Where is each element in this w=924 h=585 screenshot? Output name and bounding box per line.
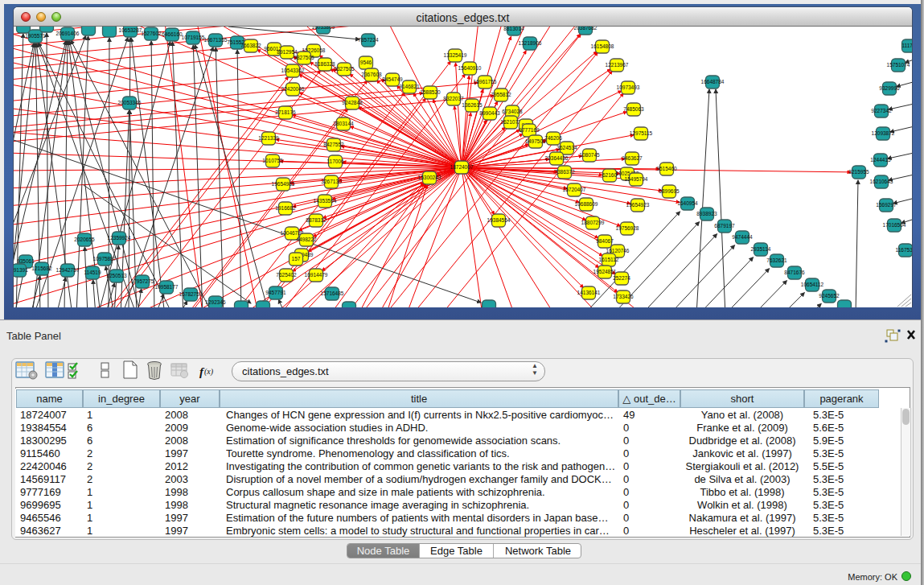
svg-text:19384554: 19384554 bbox=[487, 217, 511, 223]
svg-text:18724007: 18724007 bbox=[450, 164, 474, 170]
svg-text:114519: 114519 bbox=[84, 270, 101, 275]
svg-text:117006: 117006 bbox=[326, 159, 344, 164]
svg-text:16154808: 16154808 bbox=[591, 43, 614, 49]
svg-text:10653287: 10653287 bbox=[119, 27, 142, 33]
svg-text:15495794: 15495794 bbox=[625, 176, 648, 182]
svg-text:7386372: 7386372 bbox=[554, 169, 575, 175]
svg-text:2020655: 2020655 bbox=[74, 237, 95, 242]
svg-text:10973493: 10973493 bbox=[617, 84, 640, 90]
svg-text:9474444: 9474444 bbox=[732, 234, 753, 240]
svg-text:9457791: 9457791 bbox=[265, 290, 286, 295]
svg-text:9329996: 9329996 bbox=[879, 85, 900, 91]
svg-text:16914479: 16914479 bbox=[305, 272, 328, 278]
svg-text:746206: 746206 bbox=[544, 135, 562, 141]
svg-text:1221339: 1221339 bbox=[258, 135, 279, 141]
svg-text:2935114: 2935114 bbox=[751, 246, 771, 252]
svg-text:19756928: 19756928 bbox=[616, 225, 639, 231]
svg-text:15300243: 15300243 bbox=[418, 175, 441, 180]
svg-text:3267130: 3267130 bbox=[321, 179, 342, 184]
svg-text:10719155: 10719155 bbox=[182, 35, 205, 40]
svg-text:16210643: 16210643 bbox=[870, 179, 893, 184]
svg-text:10975887: 10975887 bbox=[93, 256, 117, 262]
svg-text:8878312: 8878312 bbox=[306, 217, 326, 223]
svg-text:1640954: 1640954 bbox=[677, 200, 698, 206]
svg-text:11179: 11179 bbox=[901, 43, 912, 48]
svg-text:1733426: 1733426 bbox=[613, 294, 634, 299]
svg-text:9515460: 9515460 bbox=[656, 166, 677, 171]
svg-text:8215955: 8215955 bbox=[848, 169, 869, 175]
svg-text:20387682: 20387682 bbox=[574, 27, 598, 31]
svg-text:6734028: 6734028 bbox=[502, 109, 523, 114]
svg-text:1588520: 1588520 bbox=[420, 89, 441, 95]
svg-text:20364436: 20364436 bbox=[545, 155, 569, 161]
svg-text:1916682: 1916682 bbox=[275, 205, 296, 211]
svg-text:16033809: 16033809 bbox=[312, 27, 335, 30]
svg-text:16648784: 16648784 bbox=[701, 79, 725, 84]
svg-text:18807299: 18807299 bbox=[581, 220, 605, 225]
svg-text:1615112: 1615112 bbox=[599, 257, 619, 262]
svg-text:10958177: 10958177 bbox=[155, 284, 179, 290]
svg-text:1362615: 1362615 bbox=[462, 102, 483, 108]
svg-text:14136141: 14136141 bbox=[577, 290, 601, 295]
svg-text:9777169: 9777169 bbox=[519, 127, 540, 133]
svg-text:1080745: 1080745 bbox=[579, 152, 600, 158]
svg-text:12093872: 12093872 bbox=[872, 130, 895, 136]
svg-text:6879197: 6879197 bbox=[714, 223, 735, 229]
svg-text:8454749: 8454749 bbox=[382, 76, 403, 82]
svg-text:8186328: 8186328 bbox=[314, 61, 335, 67]
svg-text:6899695: 6899695 bbox=[659, 188, 680, 194]
svg-text:1905571: 1905571 bbox=[25, 33, 46, 39]
svg-text:10543362: 10543362 bbox=[281, 68, 305, 73]
svg-text:2367608: 2367608 bbox=[361, 72, 382, 77]
svg-text:8990443: 8990443 bbox=[479, 110, 500, 116]
svg-text:13325419: 13325419 bbox=[444, 52, 467, 58]
svg-text:15751074: 15751074 bbox=[887, 62, 910, 68]
svg-text:13218906: 13218906 bbox=[519, 40, 542, 46]
svg-text:16961755: 16961755 bbox=[474, 79, 497, 84]
svg-text:16782759: 16782759 bbox=[179, 291, 203, 297]
svg-text:20053346: 20053346 bbox=[118, 100, 142, 105]
svg-text:10671355: 10671355 bbox=[204, 37, 228, 43]
svg-text:4498222: 4498222 bbox=[296, 237, 317, 242]
svg-text:157: 157 bbox=[292, 256, 301, 262]
svg-text:8427552: 8427552 bbox=[323, 142, 344, 147]
svg-text:984067: 984067 bbox=[596, 238, 614, 244]
svg-text:7955812: 7955812 bbox=[491, 92, 511, 97]
svg-text:1621072: 1621072 bbox=[500, 119, 521, 125]
svg-text:7632621: 7632621 bbox=[766, 257, 787, 263]
svg-text:10688609: 10688609 bbox=[575, 201, 598, 207]
svg-text:9546: 9546 bbox=[360, 60, 372, 65]
svg-text:9146821: 9146821 bbox=[399, 84, 420, 89]
svg-text:22420046: 22420046 bbox=[281, 86, 305, 92]
svg-text:10654112: 10654112 bbox=[801, 282, 824, 287]
svg-text:15640910: 15640910 bbox=[458, 65, 482, 71]
svg-text:8813014: 8813014 bbox=[503, 27, 524, 31]
svg-text:12213967: 12213967 bbox=[606, 62, 629, 68]
svg-text:1292346: 1292346 bbox=[205, 299, 226, 305]
svg-text:9827505: 9827505 bbox=[294, 55, 314, 60]
svg-text:6466160: 6466160 bbox=[162, 31, 183, 37]
svg-text:19524851: 19524851 bbox=[593, 269, 617, 274]
svg-text:8322037: 8322037 bbox=[443, 96, 464, 101]
svg-text:(x): (x) bbox=[204, 367, 214, 377]
svg-text:1244415: 1244415 bbox=[870, 157, 891, 163]
svg-text:1527602: 1527602 bbox=[141, 31, 162, 36]
svg-text:9227342: 9227342 bbox=[871, 108, 892, 113]
svg-text:12975115: 12975115 bbox=[630, 130, 653, 136]
svg-text:252274: 252274 bbox=[613, 275, 630, 281]
svg-text:7485063: 7485063 bbox=[623, 106, 644, 112]
svg-text:19654985: 19654985 bbox=[272, 181, 295, 187]
svg-text:1215682: 1215682 bbox=[31, 266, 52, 271]
svg-text:8938923: 8938923 bbox=[696, 211, 717, 216]
svg-text:9327505: 9327505 bbox=[334, 66, 355, 72]
svg-text:6497508: 6497508 bbox=[525, 138, 546, 144]
svg-text:20691406: 20691406 bbox=[56, 31, 80, 36]
svg-text:7857224: 7857224 bbox=[358, 37, 379, 43]
svg-text:3624534: 3624534 bbox=[556, 145, 577, 150]
svg-text:12359924: 12359924 bbox=[108, 235, 131, 241]
svg-text:1167533: 1167533 bbox=[896, 247, 912, 253]
svg-text:17016504: 17016504 bbox=[883, 222, 906, 228]
svg-text:1250513: 1250513 bbox=[106, 273, 127, 278]
svg-text:9245652: 9245652 bbox=[819, 293, 840, 299]
svg-text:14353594: 14353594 bbox=[314, 198, 337, 204]
